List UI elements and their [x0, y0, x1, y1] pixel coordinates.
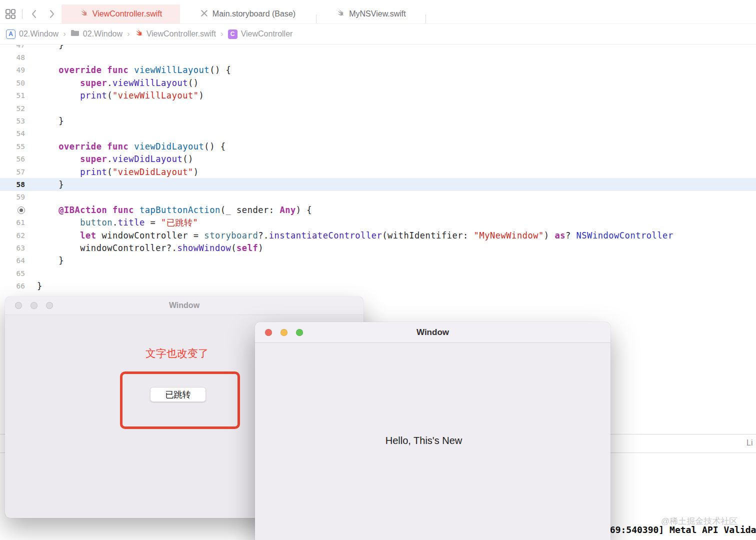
- code-lines: 47 }4849 override func viewWillLayout() …: [0, 45, 756, 292]
- tab-viewcontroller-swift[interactable]: ViewController.swift: [62, 4, 180, 24]
- line-number[interactable]: 57: [0, 168, 29, 176]
- swift-icon: [336, 9, 344, 20]
- annotation-rectangle: 已跳转: [120, 372, 240, 429]
- code-text: windowController?.showWindow(self): [29, 243, 264, 253]
- swift-icon: [134, 29, 143, 40]
- line-number[interactable]: 64: [0, 256, 29, 264]
- line-number[interactable]: 50: [0, 79, 29, 87]
- code-line-59[interactable]: 59: [0, 191, 756, 204]
- line-number[interactable]: 54: [0, 130, 29, 138]
- code-line-51[interactable]: 51 print("viewWillLayout"): [0, 90, 756, 102]
- editor-grid-icon[interactable]: [4, 8, 17, 20]
- code-text: super.viewDidLayout(): [29, 154, 194, 164]
- code-line-54[interactable]: 54: [0, 128, 756, 140]
- code-line-48[interactable]: 48: [0, 51, 756, 64]
- code-line-64[interactable]: 64 }: [0, 254, 756, 267]
- chevron-right-icon: ›: [62, 29, 66, 39]
- window-titlebar[interactable]: Window: [5, 296, 364, 315]
- swift-icon: [80, 9, 88, 20]
- code-line-62[interactable]: 62 let windowController = storyboard?.in…: [0, 229, 756, 242]
- line-number[interactable]: 58: [0, 180, 29, 188]
- window-titlebar[interactable]: Window: [255, 322, 610, 343]
- code-line-57[interactable]: 57 print("viewDidLayout"): [0, 166, 756, 178]
- code-line-60[interactable]: @IBAction func tapButtonAction(_ sender:…: [0, 204, 756, 216]
- line-number[interactable]: 56: [0, 155, 29, 163]
- code-text: }: [29, 116, 64, 126]
- line-number[interactable]: 47: [0, 45, 29, 49]
- breadcrumb: A 02.Window › 02.Window › ViewController…: [0, 24, 756, 44]
- breadcrumb-item-group[interactable]: 02.Window: [70, 30, 122, 38]
- chevron-right-icon: ›: [126, 29, 130, 39]
- line-number[interactable]: 48: [0, 54, 29, 62]
- close-button[interactable]: [265, 329, 272, 336]
- minimize-button[interactable]: [280, 329, 288, 336]
- line-number[interactable]: 62: [0, 232, 29, 240]
- line-number[interactable]: 66: [0, 282, 29, 290]
- code-editor[interactable]: 47 }4849 override func viewWillLayout() …: [0, 45, 756, 293]
- code-line-63[interactable]: 63 windowController?.showWindow(self): [0, 242, 756, 254]
- minimize-button-inactive[interactable]: [30, 302, 38, 309]
- breadcrumb-label: 02.Window: [83, 30, 122, 38]
- watermark-text: @稀土掘金技术社区: [661, 516, 738, 527]
- tab-main-storyboard[interactable]: Main.storyboard (Base): [180, 4, 316, 24]
- traffic-lights: [15, 302, 53, 309]
- code-text: }: [29, 256, 64, 266]
- tab-mynsview-swift[interactable]: MyNSView.swift: [316, 4, 426, 24]
- code-text: let windowController = storyboard?.insta…: [29, 230, 674, 240]
- breadcrumb-label: 02.Window: [19, 30, 58, 38]
- breadcrumb-label: ViewController: [241, 30, 293, 38]
- code-line-52[interactable]: 52: [0, 102, 756, 114]
- line-number[interactable]: 53: [0, 117, 29, 125]
- window-title: Window: [416, 328, 449, 338]
- changed-text-label: 文字也改变了: [122, 346, 232, 360]
- breadcrumb-item-project[interactable]: A 02.Window: [6, 30, 58, 39]
- back-chevron-icon[interactable]: [28, 8, 40, 20]
- code-line-50[interactable]: 50 super.viewWillLayout(): [0, 76, 756, 89]
- app-window-front: Window Hello, This's New: [255, 322, 610, 540]
- code-line-66[interactable]: 66}: [0, 280, 756, 292]
- breadcrumb-item-file[interactable]: ViewController.swift: [134, 29, 216, 40]
- line-number[interactable]: 61: [0, 218, 29, 226]
- forward-chevron-icon[interactable]: [46, 8, 58, 20]
- code-line-47[interactable]: 47 }: [0, 45, 756, 51]
- code-text: override func viewWillLayout() {: [29, 65, 231, 75]
- code-text: super.viewWillLayout(): [29, 78, 199, 88]
- line-number[interactable]: 59: [0, 193, 29, 201]
- code-line-61[interactable]: 61 button.title = "已跳转": [0, 216, 756, 228]
- line-number[interactable]: 63: [0, 244, 29, 252]
- divider: [22, 9, 22, 19]
- tab-bar-controls: [0, 4, 62, 24]
- hello-message-label: Hello, This's New: [246, 435, 602, 446]
- line-number[interactable]: 52: [0, 104, 29, 112]
- tab-label: MyNSView.swift: [349, 10, 406, 18]
- storyboard-icon: [200, 10, 208, 19]
- code-text: print("viewDidLayout"): [29, 167, 199, 177]
- traffic-lights: [265, 329, 303, 336]
- breadcrumb-item-class[interactable]: C ViewController: [228, 30, 293, 39]
- window-title: Window: [169, 301, 200, 310]
- tab-label: Main.storyboard (Base): [212, 10, 296, 18]
- code-line-53[interactable]: 53 }: [0, 114, 756, 127]
- code-text: }: [29, 180, 64, 190]
- zoom-button[interactable]: [296, 329, 303, 336]
- line-number[interactable]: 65: [0, 270, 29, 278]
- code-line-58[interactable]: 58 }: [0, 178, 756, 190]
- tab-divider: [426, 14, 426, 24]
- code-line-65[interactable]: 65: [0, 267, 756, 280]
- code-line-55[interactable]: 55 override func viewDidLayout() {: [0, 140, 756, 152]
- close-button-inactive[interactable]: [15, 302, 22, 309]
- code-line-56[interactable]: 56 super.viewDidLayout(): [0, 153, 756, 166]
- class-icon: C: [228, 30, 238, 39]
- code-line-49[interactable]: 49 override func viewWillLayout() {: [0, 64, 756, 76]
- app-icon: A: [6, 30, 16, 39]
- code-text: override func viewDidLayout() {: [29, 142, 226, 152]
- breadcrumb-label: ViewController.swift: [146, 30, 216, 38]
- line-number[interactable]: 51: [0, 92, 29, 100]
- line-number[interactable]: 49: [0, 66, 29, 74]
- ibaction-connection-icon[interactable]: [0, 206, 29, 214]
- code-text: @IBAction func tapButtonAction(_ sender:…: [29, 205, 312, 215]
- zoom-button-inactive[interactable]: [46, 302, 53, 309]
- jumped-button[interactable]: 已跳转: [150, 387, 206, 402]
- line-number[interactable]: 55: [0, 142, 29, 150]
- code-text: print("viewWillLayout"): [29, 90, 204, 100]
